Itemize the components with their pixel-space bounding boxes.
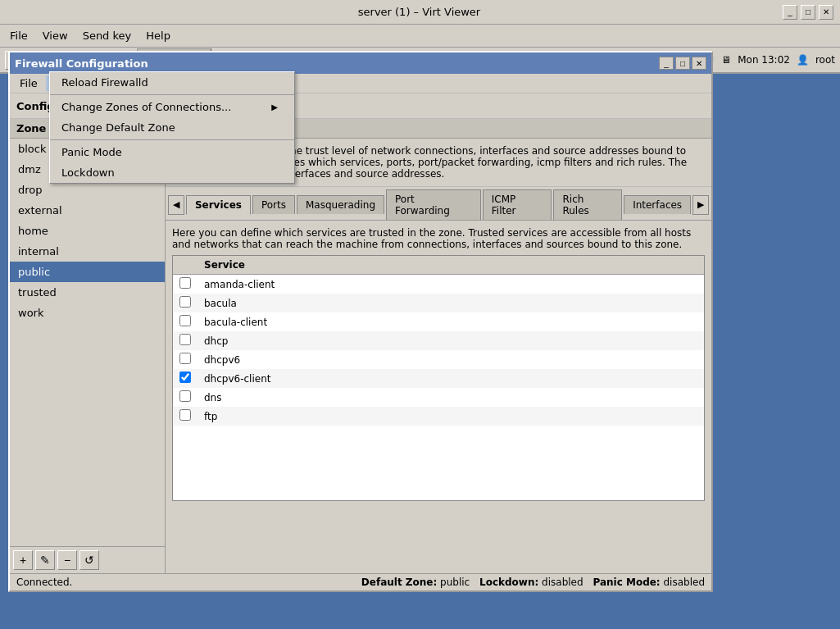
service-checkbox-amanda-client[interactable] — [179, 277, 191, 289]
service-checkbox-bacula[interactable] — [179, 296, 191, 308]
service-row-bacula[interactable]: bacula — [173, 294, 704, 312]
dialog-title: Firewall Configuration — [15, 57, 148, 70]
service-row-amanda-client[interactable]: amanda-client — [173, 275, 704, 294]
main-area: block dmz drop external home internal pu… — [10, 139, 711, 573]
zone-panel: block dmz drop external home internal pu… — [10, 139, 166, 573]
service-name-bacula: bacula — [198, 294, 704, 312]
status-bar: Connected. Default Zone: public Lockdown… — [10, 573, 711, 590]
dialog-minimize[interactable]: _ — [659, 57, 674, 70]
dialog-close[interactable]: ✕ — [692, 57, 706, 70]
screen-icon[interactable]: 🖥 — [721, 54, 731, 66]
lockdown-value: disabled — [542, 577, 583, 588]
default-zone-value: public — [440, 577, 470, 588]
service-name-dns: dns — [198, 388, 704, 407]
service-checkbox-bacula-client[interactable] — [179, 315, 191, 326]
service-name-dhcp: dhcp — [198, 331, 704, 350]
connected-status: Connected. — [16, 577, 72, 588]
title-bar-controls: _ □ ✕ — [783, 5, 833, 20]
zone-item-external[interactable]: external — [10, 200, 165, 221]
zone-reload-button[interactable]: ↺ — [79, 550, 99, 570]
user-icon: 👤 — [797, 54, 809, 66]
service-checkbox-dhcp[interactable] — [179, 334, 191, 345]
service-name-ftp: ftp — [198, 407, 704, 426]
service-row-dhcpv6-client[interactable]: dhcpv6-client — [173, 369, 704, 388]
menu-separator-1 — [50, 94, 294, 95]
close-button[interactable]: ✕ — [819, 5, 833, 20]
zone-item-trusted[interactable]: trusted — [10, 282, 165, 303]
submenu-arrow-1: ▶ — [271, 103, 278, 112]
service-table: Service amanda-clientbaculabacula-client… — [173, 256, 704, 426]
service-row-dhcpv6[interactable]: dhcpv6 — [173, 350, 704, 369]
zone-add-button[interactable]: + — [13, 550, 33, 570]
menu-lockdown[interactable]: Lockdown — [50, 162, 294, 183]
virt-menu-help[interactable]: Help — [139, 27, 177, 44]
tab-interfaces[interactable]: Interfaces — [624, 195, 691, 214]
services-description: Here you can define which services are t… — [172, 227, 705, 250]
service-row-dhcp[interactable]: dhcp — [173, 331, 704, 350]
virt-menu-view[interactable]: View — [36, 27, 75, 44]
maximize-button[interactable]: □ — [801, 5, 815, 20]
minimize-button[interactable]: _ — [783, 5, 797, 20]
tab-next-button[interactable]: ▶ — [692, 195, 709, 215]
tab-ports[interactable]: Ports — [252, 195, 295, 214]
service-name-dhcpv6: dhcpv6 — [198, 350, 704, 369]
services-content: Here you can define which services are t… — [166, 221, 711, 508]
tab-services[interactable]: Services — [186, 195, 251, 215]
tab-port-forwarding[interactable]: Port Forwarding — [386, 189, 481, 220]
col-check — [173, 256, 198, 275]
zone-item-home[interactable]: home — [10, 221, 165, 241]
tabs-container: ◀ Services Ports Masquerading Port Forwa… — [166, 187, 711, 221]
taskbar-right: 🔊 🖥 Mon 13:02 👤 root — [702, 54, 835, 66]
menu-reload-firewalld[interactable]: Reload Firewalld — [50, 72, 294, 93]
service-checkbox-ftp[interactable] — [179, 409, 191, 421]
title-bar: server (1) – Virt Viewer _ □ ✕ — [0, 0, 840, 25]
menu-change-default[interactable]: Change Default Zone — [50, 117, 294, 138]
panic-value: disabled — [663, 577, 705, 588]
service-row-dns[interactable]: dns — [173, 388, 704, 407]
tab-rich-rules[interactable]: Rich Rules — [553, 189, 622, 220]
right-panel: A firewall zone defines the trust level … — [166, 139, 711, 573]
zone-delete-button[interactable]: − — [57, 550, 77, 570]
title-bar-text: server (1) – Virt Viewer — [56, 6, 783, 18]
service-name-amanda-client: amanda-client — [198, 275, 704, 294]
service-name-bacula-client: bacula-client — [198, 312, 704, 331]
service-row-bacula-client[interactable]: bacula-client — [173, 312, 704, 331]
clock: Mon 13:02 — [738, 54, 790, 66]
service-checkbox-dhcpv6[interactable] — [179, 353, 191, 364]
zone-info: Default Zone: public Lockdown: disabled … — [361, 577, 705, 588]
zone-item-public[interactable]: public — [10, 262, 165, 282]
service-checkbox-dhcpv6-client[interactable] — [179, 371, 191, 383]
menu-panic[interactable]: Panic Mode — [50, 142, 294, 162]
default-zone-label: Default Zone: — [361, 577, 437, 588]
service-name-dhcpv6-client: dhcpv6-client — [198, 369, 704, 388]
options-dropdown-menu: Reload Firewalld Change Zones of Connect… — [49, 71, 295, 184]
app-menubar: File View Send key Help — [0, 25, 840, 48]
dialog-maximize[interactable]: □ — [675, 57, 690, 70]
zone-item-work[interactable]: work — [10, 303, 165, 323]
username: root — [815, 54, 835, 66]
menu-change-zones[interactable]: Change Zones of Connections... ▶ — [50, 97, 294, 117]
service-table-wrapper: Service amanda-clientbaculabacula-client… — [172, 255, 705, 501]
service-row-ftp[interactable]: ftp — [173, 407, 704, 426]
virt-menu-sendkey[interactable]: Send key — [76, 27, 138, 44]
panic-label: Panic Mode: — [593, 577, 660, 588]
zone-toolbar: + ✎ − ↺ — [10, 546, 165, 573]
menu-separator-2 — [50, 139, 294, 140]
zone-list: block dmz drop external home internal pu… — [10, 139, 165, 546]
zone-edit-button[interactable]: ✎ — [35, 550, 55, 570]
tab-masquerading[interactable]: Masquerading — [297, 195, 384, 214]
tab-icmp-filter[interactable]: ICMP Filter — [483, 189, 552, 220]
tab-prev-button[interactable]: ◀ — [168, 195, 184, 215]
service-checkbox-dns[interactable] — [179, 390, 191, 402]
col-service: Service — [198, 256, 704, 275]
lockdown-label: Lockdown: — [479, 577, 538, 588]
virt-menu-file[interactable]: File — [3, 27, 34, 44]
dialog-title-buttons: _ □ ✕ — [659, 57, 706, 70]
zone-item-internal[interactable]: internal — [10, 241, 165, 262]
dialog-menu-file[interactable]: File — [13, 75, 44, 91]
zone-header-label: Zone — [16, 122, 46, 134]
